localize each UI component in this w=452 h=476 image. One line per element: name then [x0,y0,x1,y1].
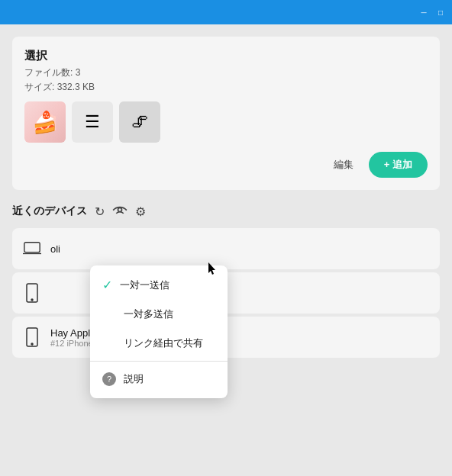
file-count: ファイル数: 3 [24,66,428,79]
svg-point-5 [31,343,33,345]
menu-item-link-share[interactable]: リンク経由で共有 [90,329,228,358]
dropdown-menu: ✓ 一対一送信 一対多送信 リンク経由で共有 ? 説明 [90,265,228,398]
nearby-header: 近くのデバイス ↻ ⚙ [12,202,440,220]
phone-icon [23,283,41,303]
settings-icon[interactable]: ⚙ [135,204,146,219]
edit-button[interactable]: 編集 [328,155,360,175]
file-size: サイズ: 332.3 KB [24,81,428,94]
menu-item-label: 一対一送信 [120,278,170,292]
menu-item-help[interactable]: ? 説明 [90,365,228,394]
refresh-icon[interactable]: ↻ [95,204,105,219]
device-name: oli [50,243,429,255]
doc-icon: ☰ [85,112,100,132]
wifi-icon[interactable] [112,202,128,220]
menu-item-label: 一対多送信 [124,307,173,321]
device-item[interactable]: oli [12,228,440,269]
thumbnail-attach: 🖇 [119,101,160,143]
selection-title: 選択 [24,49,428,63]
svg-point-0 [118,208,122,212]
svg-point-3 [31,299,33,301]
thumbnail-food [24,101,66,143]
thumbnail-doc: ☰ [72,101,113,143]
phone-icon [23,327,41,347]
svg-rect-1 [24,243,40,252]
help-icon: ? [102,372,116,386]
menu-item-one-to-one[interactable]: ✓ 一対一送信 [90,270,228,300]
device-info: oli [50,243,429,255]
thumbnails-row: ☰ 🖇 [24,101,428,143]
card-actions: 編集 + 追加 [24,152,428,178]
selection-card: 選択 ファイル数: 3 サイズ: 332.3 KB ☰ 🖇 編集 + 追加 [12,37,440,190]
minimize-button[interactable]: ─ [418,7,429,18]
menu-item-label: 説明 [124,372,144,386]
laptop-icon [23,240,41,257]
titlebar: ─ □ [0,0,452,24]
add-button[interactable]: + 追加 [369,152,428,178]
menu-item-one-to-many[interactable]: 一対多送信 [90,300,228,329]
check-icon: ✓ [102,278,112,292]
menu-item-label: リンク経由で共有 [124,336,203,350]
nearby-title: 近くのデバイス [12,204,87,218]
main-content: 選択 ファイル数: 3 サイズ: 332.3 KB ☰ 🖇 編集 + 追加 近く… [0,24,452,476]
maximize-button[interactable]: □ [435,7,446,18]
attach-icon: 🖇 [131,112,148,132]
menu-separator [90,361,228,362]
